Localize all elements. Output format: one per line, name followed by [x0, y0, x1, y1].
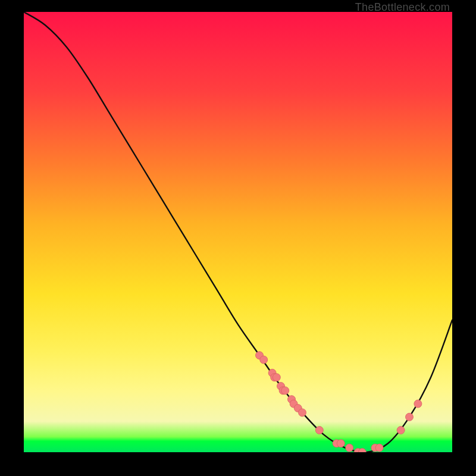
curve-dot: [337, 440, 345, 447]
curve-dot: [273, 374, 280, 381]
curve-dot: [299, 409, 306, 416]
chart-ylabel: [0, 0, 1, 1]
curve-dot: [414, 400, 422, 408]
curve-dot: [346, 444, 353, 452]
bottleneck-curve: [24, 12, 452, 452]
curve-dot: [375, 444, 383, 452]
chart-title: [0, 0, 1, 1]
curve-dot: [281, 387, 289, 394]
chart-canvas: TheBottleneck.com bottleneck-curve: [0, 0, 476, 476]
curve-data-dots: [256, 352, 422, 452]
chart-xlabel: [0, 0, 1, 1]
curve-dot: [397, 427, 405, 434]
plot-area: [24, 12, 452, 452]
curve-dot: [315, 427, 323, 434]
chart-overlay-svg: [24, 12, 452, 452]
curve-dot: [406, 413, 414, 421]
series-name: bottleneck-curve: [0, 0, 1, 1]
curve-dot: [260, 356, 268, 364]
